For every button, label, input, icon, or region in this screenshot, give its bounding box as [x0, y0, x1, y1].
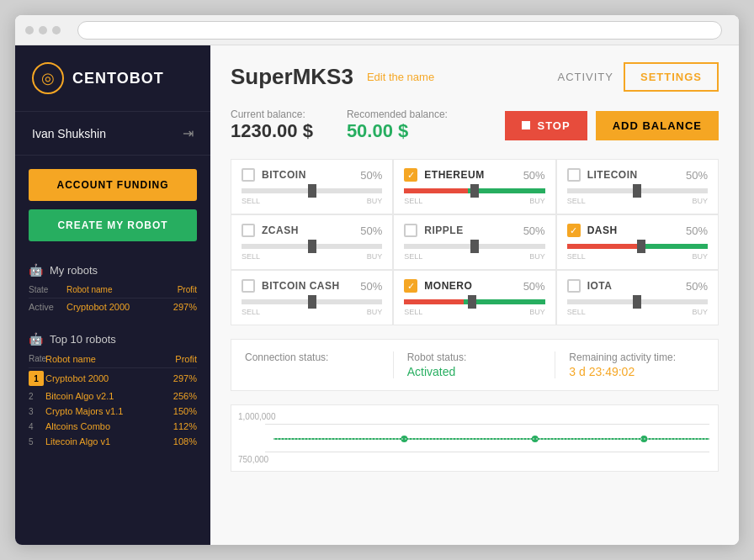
- bitcoin-name: BITCOIN: [262, 169, 306, 181]
- recommended-balance-value: 50.00 $: [347, 120, 448, 142]
- title-bar: [15, 15, 739, 45]
- list-item: 1 Cryptobot 2000 297%: [29, 368, 197, 388]
- activity-link[interactable]: ACTIVITY: [557, 71, 613, 83]
- page-actions: ACTIVITY SETTINGS: [557, 62, 719, 92]
- sidebar-buttons: ACCOUNT FUNDING CREATE MY ROBOT: [15, 156, 210, 255]
- crypto-left-bitcoin-cash: BITCOIN CASH: [242, 279, 340, 293]
- list-item: 4 Altcoins Combo 112%: [29, 419, 197, 434]
- crypto-left-ethereum: ✓ ETHEREUM: [404, 168, 484, 182]
- edit-name-link[interactable]: Edit the name: [367, 71, 434, 83]
- bitcoin-labels: SELLBUY: [242, 197, 382, 205]
- create-robot-button[interactable]: CREATE MY ROBOT: [29, 209, 197, 241]
- top-robot-profit: 112%: [163, 421, 197, 431]
- chart-y-label-1: 1,000,000: [238, 412, 276, 421]
- top-robots-table: Rate Robot name Profit 1 Cryptobot 2000 …: [15, 351, 210, 457]
- crypto-left-iota: IOTA: [567, 279, 613, 293]
- connection-status-label: Connection status:: [245, 351, 380, 363]
- ethereum-checkbox[interactable]: ✓: [404, 168, 417, 182]
- litecoin-checkbox[interactable]: [567, 168, 581, 182]
- dash-name: DASH: [587, 225, 618, 236]
- ripple-thumb[interactable]: [470, 240, 479, 253]
- litecoin-labels: SELLBUY: [567, 197, 708, 205]
- bitcoin-cash-thumb[interactable]: [308, 295, 316, 309]
- col-header-name: Robot name: [66, 285, 163, 294]
- dash-checkbox[interactable]: ✓: [567, 224, 581, 237]
- monero-red: [404, 299, 463, 304]
- top-robots-header: Rate Robot name Profit: [29, 351, 197, 368]
- dot-1: [25, 26, 34, 34]
- robot-status-value: Activated: [407, 365, 542, 378]
- stop-button[interactable]: STOP: [505, 111, 587, 140]
- window-controls: [25, 26, 61, 34]
- ripple-checkbox[interactable]: [404, 224, 417, 237]
- top-robots-section-title: 🤖 Top 10 robots: [15, 324, 210, 351]
- bitcoin-cash-slider[interactable]: [242, 299, 382, 304]
- iota-thumb[interactable]: [633, 295, 641, 309]
- iota-checkbox[interactable]: [567, 279, 581, 293]
- crypto-cell-dash: ✓ DASH 50% SELLBUY: [556, 214, 719, 270]
- dash-thumb[interactable]: [637, 240, 645, 253]
- current-balance-label: Current balance:: [231, 108, 313, 120]
- address-bar[interactable]: [77, 21, 722, 40]
- ripple-labels: SELLBUY: [404, 252, 544, 261]
- ripple-name: RIPPLE: [424, 225, 463, 236]
- dot-3: [52, 26, 61, 34]
- iota-percent: 50%: [686, 280, 708, 293]
- bitcoin-checkbox[interactable]: [242, 168, 255, 182]
- bitcoin-thumb[interactable]: [308, 184, 316, 198]
- balance-area: Current balance: 1230.00 $ Recomended ba…: [231, 108, 719, 142]
- zcash-thumb[interactable]: [308, 240, 316, 253]
- crypto-cell-iota: IOTA 50% SELLBUY: [556, 270, 719, 325]
- crypto-cell-monero: ✓ MONERO 50% SELLBUY: [393, 270, 555, 325]
- logout-icon[interactable]: ⇥: [183, 125, 194, 141]
- crypto-header-ripple: RIPPLE 50%: [404, 224, 544, 237]
- crypto-header-monero: ✓ MONERO 50%: [404, 279, 544, 293]
- my-robots-header: State Robot name Profit: [29, 282, 197, 298]
- top-robot-name: Altcoins Combo: [45, 421, 163, 431]
- crypto-left-litecoin: LITECOIN: [567, 168, 638, 182]
- zcash-track: [242, 244, 382, 249]
- zcash-checkbox[interactable]: [242, 224, 255, 237]
- crypto-left-monero: ✓ MONERO: [404, 279, 472, 293]
- settings-button[interactable]: SETTINGS: [624, 62, 719, 92]
- top-robot-name: Cryptobot 2000: [45, 373, 163, 383]
- zcash-slider[interactable]: [242, 244, 382, 249]
- stop-icon: [522, 121, 530, 129]
- connection-status-cell: Connection status:: [231, 351, 394, 378]
- remaining-time-value: 3 d 23:49:02: [569, 365, 704, 378]
- monero-thumb[interactable]: [468, 295, 476, 309]
- monero-slider[interactable]: [404, 299, 544, 304]
- crypto-header-ethereum: ✓ ETHEREUM 50%: [404, 168, 544, 182]
- crypto-cell-bitcoin-cash: BITCOIN CASH 50% SELLBUY: [231, 270, 393, 325]
- top-robot-name: Litecoin Algo v1: [45, 436, 163, 446]
- col-header-rate: Rate: [29, 354, 45, 364]
- my-robots-section-title: 🤖 My robots: [15, 255, 210, 282]
- add-balance-button[interactable]: ADD BALANCE: [596, 111, 719, 140]
- bitcoin-cash-checkbox[interactable]: [242, 279, 255, 293]
- robot-name: Cryptobot 2000: [66, 302, 163, 312]
- ripple-slider[interactable]: [404, 244, 544, 249]
- dash-slider[interactable]: [567, 244, 708, 249]
- remaining-time-label: Remaining activity time:: [569, 351, 704, 363]
- litecoin-thumb[interactable]: [633, 184, 641, 198]
- ethereum-thumb[interactable]: [470, 184, 479, 198]
- crypto-left-ripple: RIPPLE: [404, 224, 463, 237]
- col-header-profit: Profit: [163, 285, 197, 294]
- litecoin-slider[interactable]: [567, 188, 708, 193]
- top-robot-profit: 150%: [163, 406, 197, 416]
- top-robot-icon: 🤖: [29, 332, 43, 346]
- monero-name: MONERO: [424, 280, 472, 292]
- dash-percent: 50%: [686, 225, 708, 237]
- bitcoin-slider[interactable]: [242, 188, 382, 193]
- crypto-cell-ripple: RIPPLE 50% SELLBUY: [393, 214, 555, 270]
- ethereum-track: [404, 188, 544, 193]
- bitcoin-cash-percent: 50%: [360, 280, 382, 293]
- logo-text: CENTOBOT: [72, 70, 164, 87]
- ethereum-slider[interactable]: [404, 188, 544, 193]
- monero-checkbox[interactable]: ✓: [404, 279, 417, 293]
- dot-2: [39, 26, 47, 34]
- ethereum-labels: SELLBUY: [404, 197, 544, 205]
- iota-slider[interactable]: [567, 299, 708, 304]
- account-funding-button[interactable]: ACCOUNT FUNDING: [29, 169, 197, 201]
- ethereum-green: [468, 188, 545, 193]
